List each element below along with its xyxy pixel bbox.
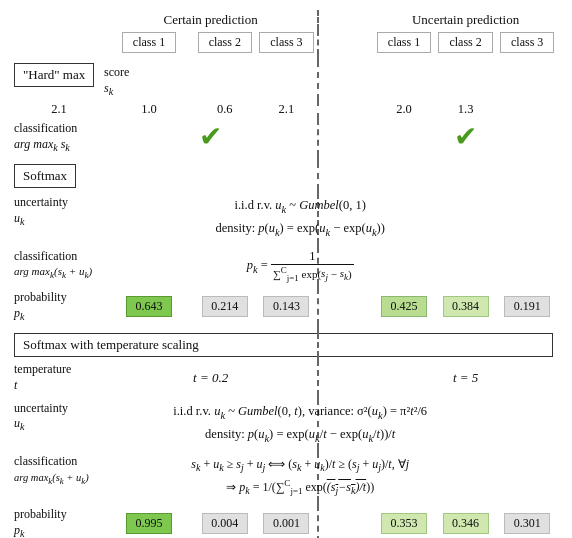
- certain-temp-prob-3: 0.001: [263, 513, 309, 534]
- argmax-sk-uk-label: arg maxk(sk + uk): [14, 265, 92, 277]
- uncertain-class2-header: class 2: [438, 32, 492, 53]
- uk-label: uk: [14, 211, 24, 225]
- uncertain-checkmark: ✔: [454, 121, 477, 152]
- certain-class2-header: class 2: [198, 32, 252, 53]
- certain-score-1: 2.1: [14, 100, 104, 119]
- certain-temp-prob-2: 0.004: [202, 513, 248, 534]
- gumbel-formula: i.i.d r.v. uk ~ Gumbel(0, 1) density: p(…: [104, 193, 496, 243]
- uncertain-score-3: 1.3: [435, 100, 497, 119]
- uncertainty-temp-label: uncertainty: [14, 401, 68, 415]
- classification-softmax-label: classification: [14, 249, 77, 263]
- uncertain-score-2: 2.0: [373, 100, 435, 119]
- uncertain-class1-header: class 1: [377, 32, 431, 53]
- certain-prob-3: 0.143: [263, 296, 309, 317]
- certain-prob-2: 0.214: [202, 296, 248, 317]
- uncertain-temp-prob-1: 0.353: [381, 513, 427, 534]
- uncertain-class3-header: class 3: [500, 32, 554, 53]
- gumbel-temp-formula: i.i.d r.v. uk ~ Gumbel(0, t), variance: …: [104, 399, 496, 449]
- score-label: score: [104, 65, 129, 79]
- certain-class1-header: class 1: [122, 32, 176, 53]
- uncertain-temp-prob-3: 0.301: [504, 513, 550, 534]
- uncertain-prediction-header: Uncertain prediction: [373, 10, 558, 30]
- uk-temp-label: uk: [14, 416, 24, 430]
- probability-label: probability: [14, 290, 67, 304]
- argmax-sk-uk-t-label: arg maxk(sk + uk): [14, 472, 89, 483]
- certain-temp-prob-1: 0.995: [126, 513, 172, 534]
- temp-uncertain-value: t = 5: [453, 370, 478, 385]
- temp-certain-value: t = 0.2: [193, 370, 228, 385]
- classification-temp-label: classification: [14, 454, 77, 468]
- argmax-label: arg maxk sk: [14, 137, 70, 151]
- pk-temp-label: pk: [14, 523, 24, 537]
- temperature-label: temperature: [14, 362, 71, 376]
- pk-label: pk: [14, 306, 24, 320]
- certain-checkmark: ✔: [199, 121, 222, 152]
- certain-score-2: 1.0: [104, 100, 194, 119]
- certain-class3-header: class 3: [259, 32, 313, 53]
- uncertain-header-text: Uncertain prediction: [412, 12, 519, 27]
- classification-label: classification: [14, 121, 77, 135]
- uncertain-temp-prob-2: 0.346: [443, 513, 489, 534]
- uncertain-score-1: 2.1: [256, 100, 319, 119]
- hard-max-label: "Hard" max: [14, 63, 94, 87]
- pk-formula: pk = 1 ∑Cj=1 exp(sj − sk): [104, 247, 496, 286]
- certain-score-3: 0.6: [194, 100, 256, 119]
- certain-header-text: Certain prediction: [163, 12, 257, 27]
- uncertain-prob-2: 0.384: [443, 296, 489, 317]
- classification-temp-formula: sk + uk ≥ sj + uj ⟺ (sk + uk)/t ≥ (sj + …: [104, 452, 496, 502]
- uncertain-prob-3: 0.191: [504, 296, 550, 317]
- probability-temp-label: probability: [14, 507, 67, 521]
- sk-label: sk: [104, 81, 113, 95]
- softmax-label: Softmax: [14, 164, 76, 188]
- uncertainty-label: uncertainty: [14, 195, 68, 209]
- uncertain-prob-1: 0.425: [381, 296, 427, 317]
- softmax-temp-label: Softmax with temperature scaling: [14, 333, 553, 357]
- t-label: t: [14, 378, 17, 392]
- certain-prediction-header: Certain prediction: [104, 10, 318, 30]
- certain-prob-1: 0.643: [126, 296, 172, 317]
